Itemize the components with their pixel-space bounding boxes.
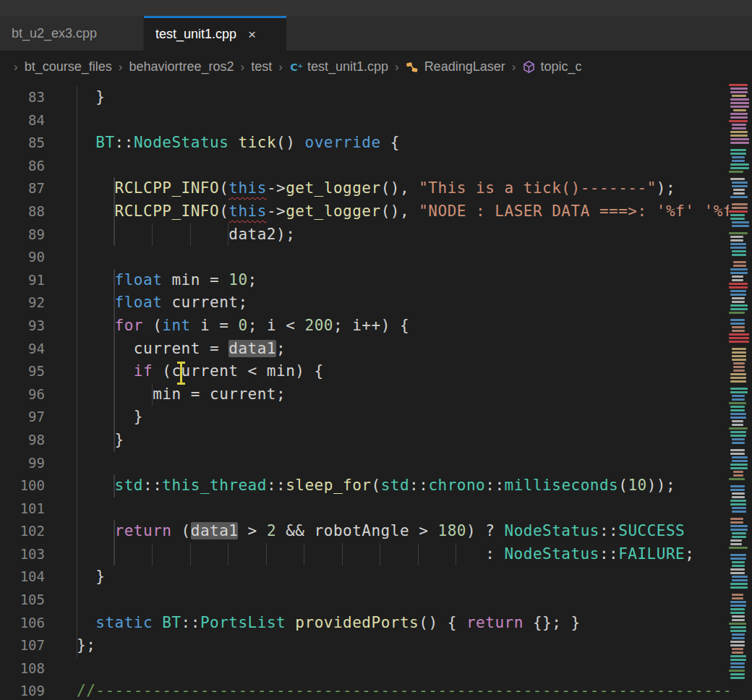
minimap-line: [730, 449, 745, 451]
line-number: 99: [0, 452, 45, 475]
breadcrumb-label: test: [251, 59, 272, 74]
breadcrumb-item-readinglaser[interactable]: ReadingLaser: [406, 59, 505, 74]
code-line-94[interactable]: 94 current = data1;: [0, 338, 752, 361]
indentation: [77, 520, 115, 543]
token: this: [228, 179, 267, 197]
chevron-right-icon: ›: [241, 60, 245, 74]
code-line-90[interactable]: 90: [0, 246, 752, 269]
line-number: 106: [0, 612, 45, 635]
code-line-99[interactable]: 99: [0, 452, 752, 475]
minimap-line: [732, 207, 748, 209]
token: (),: [381, 179, 419, 197]
minimap-line: [730, 91, 748, 93]
minimap-line: [732, 127, 746, 129]
minimap-line: [729, 547, 748, 549]
chevron-right-icon: ›: [119, 60, 123, 74]
close-icon[interactable]: ×: [248, 27, 256, 41]
code-line-100[interactable]: 100 std::this_thread::sleep_for(std::chr…: [0, 474, 752, 498]
breadcrumb-item-topic-c[interactable]: topic_c: [522, 59, 581, 74]
code-line-83[interactable]: 83 }: [0, 86, 752, 109]
editor-tab-bar: bt_u2_ex3.cpp test_unit1.cpp ×: [0, 16, 752, 51]
token: std: [381, 477, 409, 494]
minimap-line: [730, 218, 745, 220]
minimap-line: [729, 670, 745, 672]
minimap-line: [729, 623, 746, 625]
code-line-92[interactable]: 92 float current;: [0, 291, 752, 315]
minimap[interactable]: [729, 83, 752, 700]
minimap-line: [730, 558, 746, 560]
minimap-line: [730, 464, 748, 466]
code-line-89[interactable]: 89 data2);: [0, 223, 752, 247]
indentation: [77, 86, 95, 109]
token: ::: [409, 477, 428, 494]
code-line-103[interactable]: 103 : NodeStatus::FAILURE;: [0, 543, 752, 566]
minimap-line: [729, 210, 748, 213]
line-number: 87: [0, 177, 45, 200]
token: data2);: [228, 226, 295, 243]
breadcrumb-item-behaviortree-ros2[interactable]: behaviortree_ros2: [129, 59, 234, 74]
code-line-85[interactable]: 85 BT::NodeStatus tick() override {: [0, 132, 752, 155]
code-editor[interactable]: 83 }8485 BT::NodeStatus tick() override …: [0, 83, 752, 700]
code-line-104[interactable]: 104 }: [0, 565, 752, 589]
minimap-line: [730, 435, 746, 437]
token: :: [485, 545, 504, 563]
code-line-106[interactable]: 106 static BT::PortsList providedPorts()…: [0, 612, 752, 635]
minimap-line: [730, 243, 746, 245]
token: (: [143, 317, 162, 334]
token: min = current;: [153, 385, 286, 403]
token: ;: [685, 545, 694, 563]
minimap-line: [730, 391, 748, 393]
minimap-line: [732, 95, 746, 97]
token: }: [134, 408, 143, 425]
minimap-line: [732, 536, 746, 538]
line-number: 107: [0, 634, 45, 657]
minimap-line: [730, 196, 748, 198]
minimap-line: [730, 138, 749, 140]
tab-test-unit1[interactable]: test_unit1.cpp ×: [144, 16, 286, 51]
minimap-line: [730, 503, 746, 505]
minimap-line: [732, 156, 745, 158]
line-number: 100: [0, 474, 45, 498]
code-line-108[interactable]: 108: [0, 657, 752, 680]
code-line-105[interactable]: 105: [0, 589, 752, 612]
token: tick: [238, 134, 276, 151]
code-line-109[interactable]: 109//-----------------------------------…: [0, 680, 752, 700]
code-line-102[interactable]: 102 return (data1 > 2 && robotAngle > 18…: [0, 520, 752, 543]
line-number: 103: [0, 543, 45, 566]
code-line-97[interactable]: 97 }: [0, 406, 752, 429]
code-line-98[interactable]: 98 }: [0, 429, 752, 452]
token: int: [162, 317, 190, 334]
code-line-86[interactable]: 86: [0, 155, 752, 178]
minimap-line: [732, 652, 743, 654]
indentation: [77, 360, 134, 383]
code-line-88[interactable]: 88 RCLCPP_INFO(this->get_logger(), "NODE…: [0, 200, 752, 223]
minimap-line: [732, 297, 745, 299]
token: ->: [267, 179, 286, 197]
code-line-107[interactable]: 107};: [0, 634, 752, 657]
tab-bt-u2-ex3[interactable]: bt_u2_ex3.cpp: [0, 16, 144, 51]
token: RCLCPP_INFO: [115, 179, 220, 197]
code-line-87[interactable]: 87 RCLCPP_INFO(this->get_logger(), "This…: [0, 177, 752, 200]
code-line-91[interactable]: 91 float min = 10;: [0, 269, 752, 292]
breadcrumb-item-test[interactable]: test: [251, 59, 272, 74]
line-number: 94: [0, 338, 45, 361]
code-line-101[interactable]: 101: [0, 498, 752, 521]
minimap-line: [730, 268, 748, 270]
token: };: [77, 636, 95, 654]
token: return: [466, 614, 524, 631]
token: data1: [191, 522, 239, 539]
code-line-96[interactable]: 96 min = current;: [0, 383, 752, 406]
code-line-84[interactable]: 84: [0, 109, 752, 132]
code-line-93[interactable]: 93 for (int i = 0; i < 200; i++) {: [0, 315, 752, 338]
minimap-line: [730, 630, 746, 632]
breadcrumb: ›bt_course_files›behaviortree_ros2›test›…: [0, 51, 752, 83]
minimap-line: [732, 203, 748, 205]
breadcrumb-item-bt-course-files[interactable]: bt_course_files: [25, 59, 112, 74]
breadcrumb-item-test-unit1-cpp[interactable]: C+test_unit1.cpp: [289, 59, 388, 74]
minimap-line: [730, 539, 742, 542]
indentation: [77, 543, 485, 566]
minimap-line: [730, 236, 743, 238]
minimap-line: [733, 362, 745, 364]
code-line-95[interactable]: 95 if (current < min) {: [0, 360, 752, 383]
minimap-line: [730, 659, 746, 661]
